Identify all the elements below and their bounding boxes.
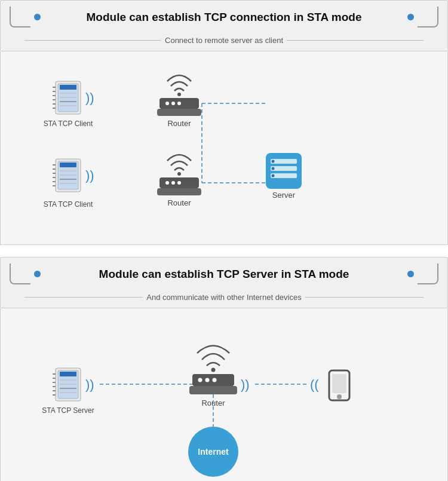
router2-arc1 <box>174 168 184 170</box>
server-light1 <box>272 160 275 163</box>
section1-banner: Module can establish TCP connection in S… <box>0 0 448 51</box>
blue-dot-left <box>34 14 41 20</box>
router1-light2 <box>171 102 175 105</box>
router3-arc3 <box>197 346 229 354</box>
chip2-stripe <box>60 163 76 167</box>
section2-title: Module can establish TCP Server in STA m… <box>44 268 404 281</box>
subtitle2-line-left <box>24 297 143 298</box>
router1-light3 <box>177 102 181 105</box>
banner2-corner-left <box>10 264 30 284</box>
router2-arc2 <box>171 161 188 166</box>
server-light2 <box>272 167 275 170</box>
client1-label: STA TCP Client <box>44 120 93 128</box>
router2-base <box>157 188 201 195</box>
wifi3-waves: )) <box>85 377 94 392</box>
banner2-corner-right <box>418 264 438 284</box>
blue-dot2-right <box>407 271 414 277</box>
router2-light2 <box>171 181 175 185</box>
section1-diagram: )) Router STA TCP Client <box>0 51 448 245</box>
mobile-screen <box>332 374 346 393</box>
router1-arc2 <box>171 82 188 86</box>
banner-corner-right <box>418 7 438 27</box>
router2-light3 <box>177 181 181 185</box>
wifi1-waves: )) <box>85 90 94 105</box>
router3-light2 <box>205 378 210 382</box>
router1-arc3 <box>167 75 191 81</box>
router3-arc1 <box>207 363 220 366</box>
server-light3 <box>272 174 275 177</box>
banner-corner-left <box>10 7 30 27</box>
mobile-button <box>337 394 342 399</box>
router3-light3 <box>213 378 217 382</box>
wifi4-waves: )) <box>241 377 250 392</box>
router3-dot <box>211 368 216 372</box>
subtitle2-line-right <box>305 297 424 298</box>
router3-base <box>189 386 237 394</box>
chip1-stripe <box>60 85 76 90</box>
chip3-stripe <box>60 372 76 376</box>
router1-arc1 <box>174 88 184 91</box>
internet-label: Internet <box>198 447 229 457</box>
section2-subtitle: And communicate with other Internet devi… <box>146 293 301 302</box>
section1-svg: )) Router STA TCP Client <box>7 63 441 231</box>
page: Module can establish TCP connection in S… <box>0 0 448 481</box>
router2-light1 <box>165 181 169 185</box>
server-row1 <box>271 159 297 164</box>
wifi5-waves-left: (( <box>310 377 319 392</box>
section2-svg: )) Router )) (( <box>7 320 441 481</box>
client2-label: STA TCP Client <box>44 200 93 209</box>
router1-base <box>157 109 201 116</box>
router1-dot <box>177 93 181 96</box>
section2-banner: Module can establish TCP Server in STA m… <box>0 257 448 308</box>
router2-label: Router <box>167 198 191 207</box>
router1-light1 <box>165 102 169 105</box>
router3-light1 <box>198 378 202 382</box>
client3-label: STA TCP Server <box>42 406 94 415</box>
section1-title: Module can establish TCP connection in S… <box>44 11 404 24</box>
router2-arc3 <box>167 155 191 161</box>
router1-label: Router <box>167 119 191 128</box>
section2-diagram: )) Router )) (( <box>0 308 448 481</box>
server-label: Server <box>272 191 296 200</box>
blue-dot-right <box>407 14 414 20</box>
server-row3 <box>271 173 297 178</box>
server-row2 <box>271 166 297 171</box>
subtitle-line-left <box>24 40 161 41</box>
section1-subtitle: Connect to remote server as client <box>165 36 283 45</box>
router2-dot <box>177 172 181 176</box>
router3-arc2 <box>202 354 225 360</box>
blue-dot2-left <box>34 271 41 277</box>
wifi2-waves: )) <box>85 168 94 183</box>
subtitle-line-right <box>287 40 424 41</box>
